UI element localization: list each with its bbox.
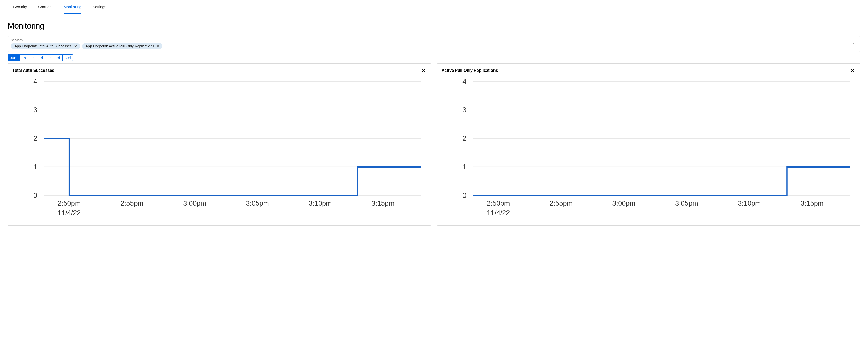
x-tick-label: 3:00pm bbox=[183, 199, 206, 207]
y-tick-label: 2 bbox=[463, 134, 466, 142]
chart-area: 012342:50pm11/4/222:55pm3:00pm3:05pm3:10… bbox=[12, 77, 426, 221]
range-button-30m[interactable]: 30m bbox=[8, 54, 20, 61]
x-tick-label: 3:00pm bbox=[613, 199, 636, 207]
tab-label: Connect bbox=[38, 5, 52, 9]
tab-connect[interactable]: Connect bbox=[38, 0, 52, 14]
page-title: Monitoring bbox=[8, 21, 860, 31]
y-tick-label: 2 bbox=[33, 134, 37, 142]
close-icon[interactable]: ✕ bbox=[421, 67, 426, 74]
panel-title: Total Auth Successes bbox=[12, 68, 54, 73]
chart-panels: Total Auth Successes✕012342:50pm11/4/222… bbox=[8, 63, 860, 226]
services-chip-list: App Endpoint: Total Auth Successes✕App E… bbox=[11, 43, 848, 49]
x-tick-label: 3:05pm bbox=[675, 199, 698, 207]
services-inner: Services App Endpoint: Total Auth Succes… bbox=[11, 38, 848, 49]
tab-label: Security bbox=[13, 5, 27, 9]
service-chip: App Endpoint: Active Pull Only Replicati… bbox=[82, 43, 162, 49]
chart-series-line bbox=[473, 167, 850, 196]
tab-label: Settings bbox=[93, 5, 106, 9]
range-button-7d[interactable]: 7d bbox=[54, 54, 63, 61]
y-tick-label: 0 bbox=[33, 191, 37, 199]
time-range-selector: 30m1h2h1d2d7d30d bbox=[8, 54, 860, 61]
x-tick-label: 2:55pm bbox=[550, 199, 572, 207]
close-icon[interactable]: ✕ bbox=[74, 44, 78, 48]
x-tick-label: 2:50pm bbox=[58, 199, 81, 207]
panel-header: Active Pull Only Replications✕ bbox=[442, 67, 856, 74]
x-tick-label: 3:05pm bbox=[246, 199, 269, 207]
chart-area: 012342:50pm11/4/222:55pm3:00pm3:05pm3:10… bbox=[442, 77, 856, 221]
x-tick-label: 3:15pm bbox=[801, 199, 824, 207]
services-label: Services bbox=[11, 38, 848, 42]
chart-svg: 012342:50pm11/4/222:55pm3:00pm3:05pm3:10… bbox=[12, 77, 426, 221]
x-tick-label: 3:15pm bbox=[371, 199, 394, 207]
tab-label: Monitoring bbox=[64, 5, 81, 9]
y-tick-label: 3 bbox=[463, 106, 466, 114]
tab-security[interactable]: Security bbox=[13, 0, 27, 14]
services-filter-box[interactable]: Services App Endpoint: Total Auth Succes… bbox=[8, 36, 860, 52]
tab-settings[interactable]: Settings bbox=[93, 0, 106, 14]
x-tick-label: 2:50pm bbox=[487, 199, 510, 207]
x-tick-date: 11/4/22 bbox=[487, 209, 510, 217]
close-icon[interactable]: ✕ bbox=[156, 44, 160, 48]
main-tabs: SecurityConnectMonitoringSettings bbox=[0, 0, 868, 14]
y-tick-label: 0 bbox=[463, 191, 466, 199]
y-tick-label: 1 bbox=[33, 163, 37, 171]
range-button-2h[interactable]: 2h bbox=[28, 54, 37, 61]
chart-svg: 012342:50pm11/4/222:55pm3:00pm3:05pm3:10… bbox=[442, 77, 856, 221]
chevron-down-icon[interactable] bbox=[851, 40, 857, 48]
range-button-1h[interactable]: 1h bbox=[19, 54, 28, 61]
service-chip-label: App Endpoint: Active Pull Only Replicati… bbox=[86, 44, 154, 48]
panel-title: Active Pull Only Replications bbox=[442, 68, 498, 73]
close-icon[interactable]: ✕ bbox=[850, 67, 856, 74]
y-tick-label: 1 bbox=[463, 163, 466, 171]
range-button-30d[interactable]: 30d bbox=[62, 54, 73, 61]
x-tick-label: 2:55pm bbox=[121, 199, 144, 207]
x-tick-label: 3:10pm bbox=[738, 199, 761, 207]
service-chip-label: App Endpoint: Total Auth Successes bbox=[14, 44, 72, 48]
x-tick-date: 11/4/22 bbox=[58, 209, 81, 217]
chart-panel: Total Auth Successes✕012342:50pm11/4/222… bbox=[8, 63, 431, 226]
y-tick-label: 4 bbox=[33, 77, 37, 85]
chart-panel: Active Pull Only Replications✕012342:50p… bbox=[437, 63, 860, 226]
y-tick-label: 3 bbox=[33, 106, 37, 114]
panel-header: Total Auth Successes✕ bbox=[12, 67, 426, 74]
page-body: Monitoring Services App Endpoint: Total … bbox=[0, 14, 868, 233]
range-button-1d[interactable]: 1d bbox=[37, 54, 45, 61]
range-button-2d[interactable]: 2d bbox=[45, 54, 54, 61]
service-chip: App Endpoint: Total Auth Successes✕ bbox=[11, 43, 80, 49]
x-tick-label: 3:10pm bbox=[309, 199, 332, 207]
y-tick-label: 4 bbox=[463, 77, 466, 85]
tab-monitoring[interactable]: Monitoring bbox=[64, 0, 81, 14]
